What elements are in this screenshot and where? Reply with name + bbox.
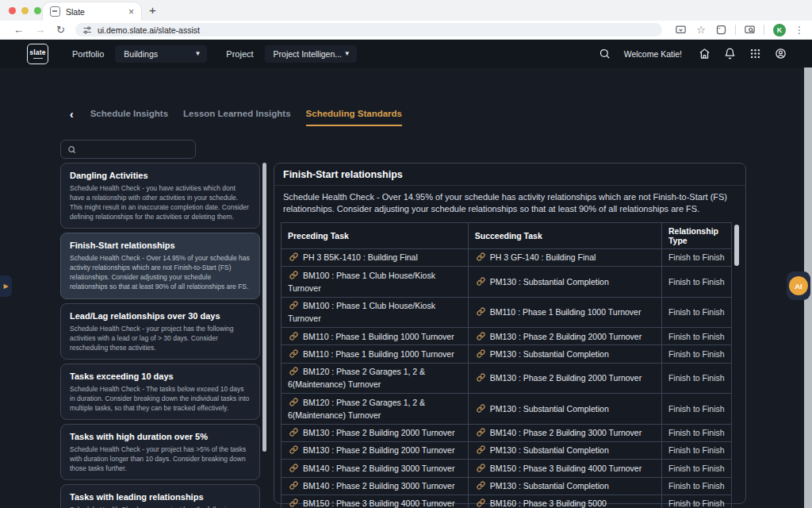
link-icon [289, 481, 298, 490]
table-scrollbar[interactable] [734, 225, 739, 266]
table-row: BM150 : Phase 3 Building 4000 Turnover B… [282, 495, 732, 508]
link-icon [477, 252, 485, 261]
search-input[interactable] [60, 140, 196, 159]
bookmark-star-icon[interactable]: ☆ [696, 25, 706, 35]
insight-card[interactable]: Dangling Activities Schedule Health Chec… [60, 163, 260, 229]
screen: Slate × + ← → ↻ ui.demo.slate.ai/slate-a… [0, 0, 812, 508]
relationship-type-cell: Finish to Finish [661, 248, 731, 266]
home-icon[interactable] [699, 48, 710, 60]
url-text[interactable]: ui.demo.slate.ai/slate-assist [98, 25, 200, 35]
link-icon [477, 349, 485, 358]
table-row: BM120 : Phase 2 Garages 1, 2 & 6(Mainten… [282, 363, 732, 394]
link-icon [477, 481, 485, 490]
link-icon [289, 349, 298, 358]
column-preceding-task: Preceding Task [282, 222, 469, 248]
relationship-type-cell: Finish to Finish [661, 345, 731, 363]
collapse-back-icon[interactable]: ‹ [70, 109, 74, 121]
relationships-table-wrap: Preceding Task Succeeding Task Relations… [281, 222, 739, 508]
preceding-task-cell[interactable]: BM150 : Phase 3 Building 4000 Turnover [282, 495, 469, 508]
succeeding-task-cell[interactable]: BM130 : Phase 2 Building 2000 Turnover [468, 363, 661, 394]
table-row: BM100 : Phase 1 Club House/Kiosk Turnove… [282, 297, 732, 328]
link-icon [477, 307, 485, 316]
browser-menu-icon[interactable]: ⋮ [795, 25, 804, 36]
link-icon [289, 498, 298, 507]
side-panel-icon[interactable] [715, 24, 727, 36]
preceding-task-cell[interactable]: BM100 : Phase 1 Club House/Kiosk Turnove… [282, 267, 469, 298]
tab-scheduling-standards[interactable]: Scheduling Standards [306, 109, 402, 126]
browser-profile-avatar[interactable]: K [773, 24, 786, 37]
reload-icon[interactable]: ↻ [56, 24, 65, 36]
insight-card-description: Schedule Health Check - your project has… [70, 505, 251, 508]
tab-schedule-insights[interactable]: Schedule Insights [90, 109, 168, 125]
table-header-row: Preceding Task Succeeding Task Relations… [282, 222, 732, 248]
install-app-icon[interactable] [675, 24, 687, 36]
address-bar[interactable]: ui.demo.slate.ai/slate-assist [75, 23, 662, 37]
insight-card[interactable]: Tasks exceeding 10 days Schedule Health … [60, 364, 260, 420]
expand-panel-tab[interactable]: ▶ [0, 275, 12, 297]
relationship-type-cell: Finish to Finish [661, 297, 731, 328]
succeeding-task-cell[interactable]: PM130 : Substantial Completion [468, 441, 661, 459]
link-icon [289, 445, 298, 454]
insight-card[interactable]: Tasks with leading relationships Schedul… [60, 484, 260, 508]
insight-card-title: Dangling Activities [70, 171, 251, 180]
account-icon[interactable] [775, 48, 787, 60]
preceding-task-cell[interactable]: PH 3 B5K-1410 : Building Final [282, 248, 469, 266]
column-succeeding-task: Succeeding Task [468, 222, 661, 248]
preceding-task-cell[interactable]: BM140 : Phase 2 Building 3000 Turnover [282, 460, 469, 477]
new-tab-button[interactable]: + [149, 3, 156, 17]
succeeding-task-cell[interactable]: BM130 : Phase 2 Building 2000 Turnover [468, 328, 661, 345]
project-select[interactable]: Project Intelligen... ▼ [265, 45, 357, 63]
succeeding-task-cell[interactable]: PM130 : Substantial Completion [468, 394, 661, 425]
preceding-task-cell[interactable]: BM100 : Phase 1 Club House/Kiosk Turnove… [282, 297, 469, 328]
succeeding-task-text: PM130 : Substantial Completion [490, 349, 609, 359]
close-window-button[interactable] [9, 7, 16, 14]
tab-close-icon[interactable]: × [128, 7, 134, 17]
succeeding-task-cell[interactable]: PM130 : Substantial Completion [468, 267, 661, 298]
minimize-window-button[interactable] [21, 7, 29, 14]
back-icon[interactable]: ← [13, 24, 24, 36]
succeeding-task-cell[interactable]: PH 3 GF-140 : Building Final [468, 248, 661, 266]
succeeding-task-cell[interactable]: BM110 : Phase 1 Building 1000 Turnover [468, 297, 661, 328]
table-row: BM130 : Phase 2 Building 2000 Turnover P… [282, 441, 732, 459]
succeeding-task-text: BM150 : Phase 3 Building 4000 Turnover [490, 464, 642, 473]
preceding-task-cell[interactable]: BM120 : Phase 2 Garages 1, 2 & 6(Mainten… [282, 363, 469, 394]
browser-tab-strip: Slate × + [0, 0, 812, 21]
search-icon [67, 145, 76, 154]
succeeding-task-cell[interactable]: BM140 : Phase 2 Building 3000 Turnover [468, 424, 661, 441]
preceding-task-cell[interactable]: BM130 : Phase 2 Building 2000 Turnover [282, 424, 469, 441]
standard-detail-panel: Finish-Start relationships Schedule Heal… [274, 163, 746, 504]
tab-lesson-learned-insights[interactable]: Lesson Learned Insights [183, 109, 290, 125]
preceding-task-text: BM100 : Phase 1 Club House/Kiosk Turnove… [288, 301, 435, 323]
zoom-window-button[interactable] [34, 7, 41, 14]
chevron-down-icon: ▼ [194, 50, 201, 57]
ai-assistant-button[interactable]: AI [789, 276, 808, 295]
preceding-task-cell[interactable]: BM130 : Phase 2 Building 2000 Turnover [282, 441, 469, 459]
portfolio-select[interactable]: Buildings ▼ [115, 45, 207, 63]
preceding-task-cell[interactable]: BM110 : Phase 1 Building 1000 Turnover [282, 328, 469, 345]
table-row: BM110 : Phase 1 Building 1000 Turnover P… [282, 345, 732, 363]
sidebar-scrollbar[interactable] [262, 163, 266, 452]
site-settings-icon[interactable] [82, 25, 92, 35]
browser-tab[interactable]: Slate × [43, 2, 141, 21]
insight-card-description: Schedule Health Check - The tasks below … [70, 384, 251, 413]
window-controls[interactable] [9, 7, 41, 14]
search-tabs-icon[interactable] [744, 24, 756, 36]
insight-card[interactable]: Finish-Start relationships Schedule Heal… [60, 233, 260, 298]
succeeding-task-cell[interactable]: BM160 : Phase 3 Building 5000 [468, 495, 661, 508]
succeeding-task-cell[interactable]: PM130 : Substantial Completion [468, 477, 661, 495]
preceding-task-cell[interactable]: BM110 : Phase 1 Building 1000 Turnover [282, 345, 469, 363]
insight-card[interactable]: Tasks with high duration over 5% Schedul… [60, 424, 260, 480]
search-icon[interactable] [599, 48, 611, 60]
preceding-task-text: BM130 : Phase 2 Building 2000 Turnover [303, 428, 454, 437]
preceding-task-cell[interactable]: BM140 : Phase 2 Building 3000 Turnover [282, 477, 469, 495]
succeeding-task-cell[interactable]: PM130 : Substantial Completion [468, 345, 661, 363]
forward-icon[interactable]: → [35, 24, 45, 36]
ai-assistant-tab[interactable]: AI [787, 271, 810, 300]
preceding-task-cell[interactable]: BM120 : Phase 2 Garages 1, 2 & 6(Mainten… [282, 394, 469, 425]
insight-card[interactable]: Lead/Lag relationships over 30 days Sche… [60, 303, 260, 360]
notifications-bell-icon[interactable] [724, 48, 736, 60]
preceding-task-text: BM150 : Phase 3 Building 4000 Turnover [303, 498, 454, 508]
slate-logo[interactable]: slate [27, 44, 48, 64]
succeeding-task-cell[interactable]: BM150 : Phase 3 Building 4000 Turnover [468, 460, 661, 477]
apps-grid-icon[interactable] [749, 48, 761, 60]
